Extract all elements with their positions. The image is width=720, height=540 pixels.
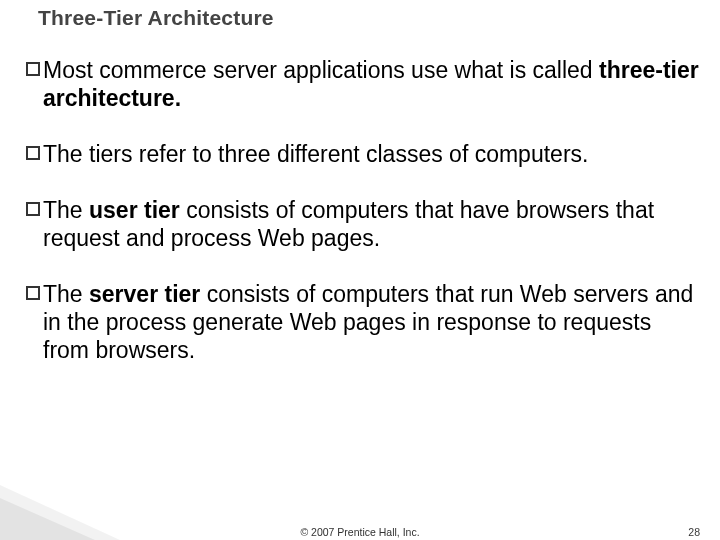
bullet-text: Most commerce server applications use wh… <box>43 56 700 112</box>
bullet-item: The tiers refer to three different class… <box>26 140 700 168</box>
text-run: The <box>43 281 89 307</box>
bullet-item: The user tier consists of computers that… <box>26 196 700 252</box>
bullet-square-icon <box>26 202 40 216</box>
text-run: Most commerce server applications use wh… <box>43 57 599 83</box>
text-run-bold: server tier <box>89 281 200 307</box>
slide-title: Three-Tier Architecture <box>38 6 274 30</box>
bullet-item: The server tier consists of computers th… <box>26 280 700 364</box>
bullet-square-icon <box>26 286 40 300</box>
text-run: The <box>43 197 89 223</box>
bullet-text: The server tier consists of computers th… <box>43 280 700 364</box>
text-run: The tiers refer to three different class… <box>43 141 588 167</box>
bullet-text: The tiers refer to three different class… <box>43 140 700 168</box>
copyright-text: © 2007 Prentice Hall, Inc. <box>0 526 720 538</box>
bullet-square-icon <box>26 146 40 160</box>
text-run-bold: user tier <box>89 197 180 223</box>
page-number: 28 <box>688 526 700 538</box>
bullet-item: Most commerce server applications use wh… <box>26 56 700 112</box>
bullet-text: The user tier consists of computers that… <box>43 196 700 252</box>
slide-body: Most commerce server applications use wh… <box>26 56 700 392</box>
bullet-square-icon <box>26 62 40 76</box>
slide: Three-Tier Architecture Most commerce se… <box>0 0 720 540</box>
